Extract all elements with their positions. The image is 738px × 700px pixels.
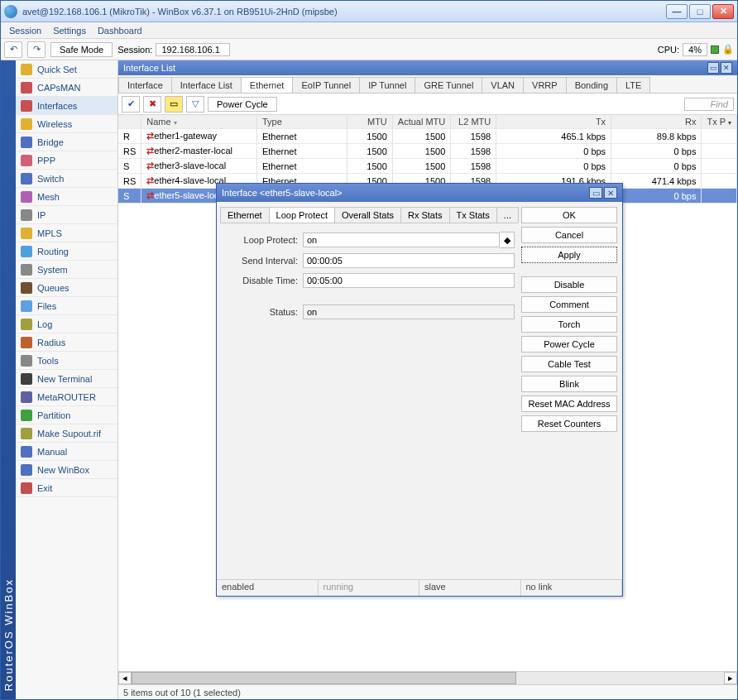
power-cycle-button[interactable]: Power Cycle — [521, 336, 617, 352]
disable-button[interactable]: Disable — [521, 276, 617, 293]
column-header[interactable]: Tx P ▾ — [702, 115, 737, 129]
undo-button[interactable]: ↶ — [4, 41, 22, 58]
sidebar-item-manual[interactable]: Manual — [16, 443, 117, 461]
filter-button[interactable]: ▽ — [186, 96, 204, 113]
dialog-close-button[interactable]: ✕ — [604, 187, 617, 199]
tab-eoip-tunnel[interactable]: EoIP Tunnel — [292, 77, 360, 93]
dialog-titlebar[interactable]: Interface <ether5-slave-local> ▭ ✕ — [217, 184, 622, 202]
table-row[interactable]: R⇄ether1-gatewayEthernet150015001598465.… — [118, 129, 737, 144]
find-input[interactable]: Find — [684, 98, 734, 111]
column-header[interactable]: Actual MTU — [392, 115, 450, 129]
sidebar-icon — [21, 428, 32, 439]
tab-ip-tunnel[interactable]: IP Tunnel — [359, 77, 415, 93]
scroll-left-icon[interactable]: ◂ — [118, 672, 132, 684]
sidebar-item-system[interactable]: System — [16, 261, 117, 279]
dialog-tab-loop-protect[interactable]: Loop Protect — [269, 207, 335, 223]
sidebar-item-new-winbox[interactable]: New WinBox — [16, 461, 117, 479]
apply-button[interactable]: ✔ — [122, 96, 140, 113]
sidebar-icon — [21, 246, 32, 257]
sidebar-item-tools[interactable]: Tools — [16, 352, 117, 370]
sidebar-item-radius[interactable]: Radius — [16, 333, 117, 352]
dialog-tab-overall-stats[interactable]: Overall Stats — [334, 207, 401, 223]
sidebar-item-quick-set[interactable]: Quick Set — [16, 60, 117, 79]
minimize-button[interactable]: — — [666, 4, 688, 19]
tab-lte[interactable]: LTE — [616, 77, 650, 93]
send-interval-field[interactable]: 00:00:05 — [303, 253, 515, 268]
column-header[interactable]: Rx — [611, 115, 702, 129]
apply-button[interactable]: Apply — [521, 247, 617, 263]
tab-gre-tunnel[interactable]: GRE Tunnel — [415, 77, 482, 93]
column-header[interactable]: Type — [256, 115, 347, 129]
sidebar-icon — [21, 482, 32, 494]
status-led-icon — [711, 46, 719, 54]
blink-button[interactable]: Blink — [521, 376, 617, 392]
sidebar-item-log[interactable]: Log — [16, 315, 117, 333]
table-cell: 1500 — [347, 144, 393, 159]
sidebar-item-routing[interactable]: Routing — [16, 242, 117, 261]
loop-protect-field[interactable]: on — [303, 233, 500, 247]
menu-settings[interactable]: Settings — [53, 26, 86, 36]
reset-mac-button[interactable]: Reset MAC Address — [521, 396, 617, 412]
dialog-tab--[interactable]: ... — [496, 207, 519, 223]
close-button[interactable]: ✕ — [712, 4, 734, 19]
column-header[interactable] — [118, 115, 141, 129]
tab-interface[interactable]: Interface — [118, 77, 172, 93]
session-field[interactable]: 192.168.106.1 — [156, 43, 230, 56]
dialog-tab-ethernet[interactable]: Ethernet — [220, 207, 270, 223]
table-row[interactable]: RS⇄ether2-master-localEthernet1500150015… — [118, 144, 737, 159]
dialog-tab-tx-stats[interactable]: Tx Stats — [449, 207, 497, 223]
cancel-button[interactable]: Cancel — [521, 227, 617, 243]
tab-vrrp[interactable]: VRRP — [523, 77, 567, 93]
scroll-thumb[interactable] — [132, 672, 516, 684]
table-row[interactable]: S⇄ether3-slave-localEthernet150015001598… — [118, 159, 737, 174]
sidebar-item-bridge[interactable]: Bridge — [16, 133, 117, 151]
redo-button[interactable]: ↷ — [27, 41, 46, 58]
horizontal-scrollbar[interactable]: ◂ ▸ — [118, 671, 737, 684]
sidebar-item-metarouter[interactable]: MetaROUTER — [16, 388, 117, 406]
safe-mode-button[interactable]: Safe Mode — [50, 42, 113, 57]
comment-button[interactable]: ▭ — [165, 96, 183, 113]
torch-button[interactable]: Torch — [521, 316, 617, 333]
disable-time-field[interactable]: 00:05:00 — [303, 273, 515, 288]
sidebar-item-new-terminal[interactable]: New Terminal — [16, 370, 117, 388]
sidebar-item-mpls[interactable]: MPLS — [16, 224, 117, 242]
reset-counters-button[interactable]: Reset Counters — [521, 415, 617, 432]
sidebar-item-partition[interactable]: Partition — [16, 406, 117, 424]
sidebar-item-interfaces[interactable]: Interfaces — [16, 97, 117, 115]
panel-close-button[interactable]: ✕ — [721, 62, 732, 74]
sidebar-item-mesh[interactable]: Mesh — [16, 188, 117, 206]
tab-interface-list[interactable]: Interface List — [171, 77, 242, 93]
column-header[interactable]: L2 MTU — [451, 115, 496, 129]
tab-bonding[interactable]: Bonding — [566, 77, 617, 93]
sidebar-item-switch[interactable]: Switch — [16, 170, 117, 188]
ok-button[interactable]: OK — [521, 207, 617, 223]
panel-restore-button[interactable]: ▭ — [707, 62, 719, 74]
sidebar-item-make-supout-rif[interactable]: Make Supout.rif — [16, 424, 117, 443]
cable-test-button[interactable]: Cable Test — [521, 356, 617, 372]
column-header[interactable]: MTU — [347, 115, 393, 129]
sidebar-item-queues[interactable]: Queues — [16, 279, 117, 297]
sidebar-item-label: System — [37, 265, 68, 275]
dialog-tab-rx-stats[interactable]: Rx Stats — [400, 207, 450, 223]
sidebar-item-ip[interactable]: IP — [16, 206, 117, 224]
sidebar-item-ppp[interactable]: PPP — [16, 151, 117, 170]
menu-session[interactable]: Session — [9, 26, 41, 36]
maximize-button[interactable]: □ — [689, 4, 711, 19]
menubar: Session Settings Dashboard — [1, 22, 737, 39]
menu-dashboard[interactable]: Dashboard — [98, 26, 142, 36]
tab-vlan[interactable]: VLAN — [482, 77, 524, 93]
sidebar-item-wireless[interactable]: Wireless — [16, 115, 117, 133]
scroll-right-icon[interactable]: ▸ — [724, 672, 737, 684]
tab-ethernet[interactable]: Ethernet — [241, 77, 294, 93]
sidebar-item-exit[interactable]: Exit — [16, 479, 117, 497]
sidebar-item-capsman[interactable]: CAPsMAN — [16, 79, 117, 97]
table-cell: Ethernet — [256, 144, 347, 159]
power-cycle-button[interactable]: Power Cycle — [208, 97, 277, 112]
column-header[interactable]: Tx — [496, 115, 611, 129]
loop-protect-dropdown-icon[interactable]: ◆ — [500, 232, 515, 248]
dialog-restore-button[interactable]: ▭ — [589, 187, 602, 199]
remove-button[interactable]: ✖ — [143, 96, 161, 113]
column-header[interactable]: Name ▾ — [141, 115, 257, 129]
sidebar-item-files[interactable]: Files — [16, 297, 117, 315]
comment-button[interactable]: Comment — [521, 296, 617, 313]
